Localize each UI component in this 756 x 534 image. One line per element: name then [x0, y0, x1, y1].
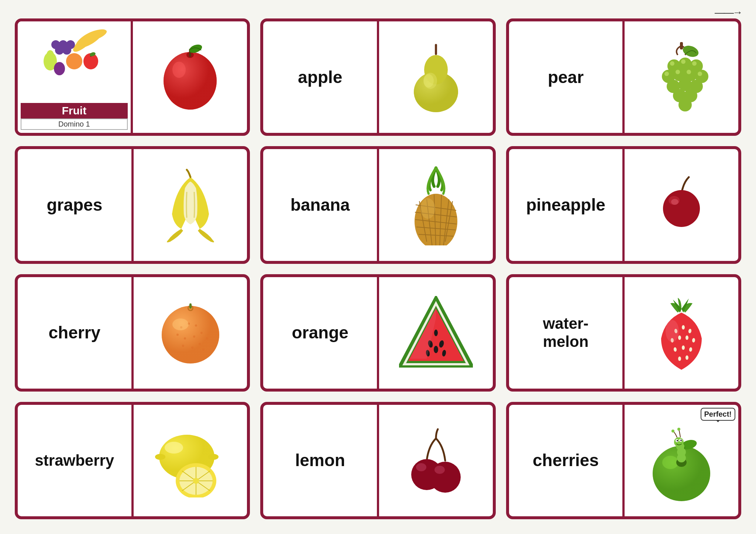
domino-left-text: water-melon: [509, 277, 623, 389]
cherries-image: [399, 424, 473, 497]
arrow-icon: ——→: [715, 7, 741, 18]
svg-point-120: [430, 462, 461, 493]
svg-point-137: [680, 440, 682, 441]
domino-left-text: cherry: [18, 277, 131, 389]
svg-point-139: [677, 428, 680, 431]
text-cherries: cherries: [533, 451, 599, 470]
svg-point-9: [47, 50, 54, 60]
domino-number: Domino 1: [21, 118, 128, 130]
domino-right-image: [134, 149, 247, 261]
svg-point-61: [420, 198, 435, 219]
svg-point-49: [415, 194, 457, 245]
svg-point-48: [698, 72, 702, 76]
text-grapes: grapes: [47, 195, 102, 215]
grapes-image: [648, 40, 715, 114]
svg-point-16: [164, 52, 217, 110]
svg-rect-21: [435, 44, 437, 55]
text-orange: orange: [292, 323, 348, 342]
domino-pineapple-cherry: pineapple: [506, 146, 741, 263]
domino-right-image: [379, 405, 493, 516]
svg-point-138: [671, 430, 674, 433]
lemon-image: [154, 424, 227, 497]
svg-point-136: [677, 440, 678, 441]
svg-point-7: [51, 40, 60, 49]
svg-point-42: [670, 61, 674, 66]
domino-grapes-banana: grapes: [15, 146, 250, 263]
svg-point-105: [685, 355, 688, 360]
svg-point-125: [662, 456, 678, 469]
domino-grid: Fruit Domino 1: [0, 0, 756, 534]
svg-point-106: [666, 320, 679, 342]
svg-point-92: [434, 330, 438, 336]
svg-point-11: [54, 62, 65, 75]
svg-point-95: [682, 325, 685, 330]
svg-point-133: [674, 437, 684, 447]
domino-orange-watermelon: orange: [260, 274, 495, 392]
fruit-title: Fruit: [21, 103, 128, 118]
svg-point-41: [678, 98, 692, 111]
domino-strawberry-lemon: strawberry: [15, 402, 250, 519]
apple-image: [159, 42, 221, 112]
svg-point-77: [206, 337, 208, 340]
cherry-single-image: [652, 172, 711, 238]
domino-apple-pear: apple: [260, 18, 495, 136]
text-lemon: lemon: [295, 451, 345, 470]
domino-watermelon-strawberry: water-melon: [506, 274, 741, 392]
domino-left-text: banana: [263, 149, 377, 261]
domino-title: Fruit Domino 1: [15, 18, 250, 136]
domino-right-image: [134, 405, 247, 516]
domino-right-image: [625, 149, 738, 261]
svg-point-110: [155, 454, 165, 460]
svg-point-28: [681, 44, 700, 59]
svg-point-111: [165, 442, 183, 454]
domino-left-text: lemon: [263, 405, 377, 516]
svg-point-69: [195, 324, 197, 327]
svg-point-98: [678, 335, 681, 340]
svg-point-74: [182, 345, 184, 347]
svg-point-43: [681, 59, 685, 64]
svg-point-109: [208, 454, 219, 460]
worm-apple-image: [646, 426, 717, 503]
svg-point-70: [176, 334, 179, 336]
domino-left-text: grapes: [18, 149, 131, 261]
domino-right-image: Perfect!: [625, 405, 738, 516]
svg-point-75: [191, 347, 193, 349]
svg-point-44: [692, 61, 697, 66]
fruit-collage-icon: [37, 24, 111, 83]
svg-point-64: [671, 199, 678, 205]
svg-point-47: [687, 70, 691, 74]
banana-image: [154, 166, 227, 244]
svg-point-72: [193, 335, 195, 338]
domino-right-image: [379, 277, 493, 389]
domino-right-image: [625, 277, 738, 389]
svg-point-10: [66, 53, 82, 69]
orange-image: [155, 298, 226, 368]
svg-point-76: [199, 343, 201, 345]
svg-point-45: [664, 72, 669, 76]
svg-point-17: [172, 62, 186, 78]
text-watermelon: water-melon: [543, 315, 589, 351]
domino-right-image: [379, 149, 493, 261]
svg-point-102: [682, 345, 685, 350]
domino-right-image: [134, 277, 247, 389]
domino-right-image: [625, 21, 738, 133]
domino-left-text: pear: [509, 21, 623, 133]
svg-point-73: [200, 332, 203, 334]
strawberry-image: [650, 294, 713, 372]
text-strawberry: strawberry: [35, 452, 114, 469]
svg-rect-82: [189, 303, 192, 309]
svg-point-121: [416, 463, 426, 471]
domino-title-left: Fruit Domino 1: [18, 21, 131, 133]
text-pear: pear: [548, 68, 584, 87]
svg-point-46: [676, 70, 680, 74]
pear-image: [406, 40, 465, 114]
svg-point-66: [162, 306, 219, 364]
text-cherry: cherry: [49, 323, 101, 342]
svg-point-62: [663, 190, 700, 227]
domino-left-text: apple: [263, 21, 377, 133]
domino-title-right: [133, 21, 247, 133]
svg-point-79: [172, 318, 189, 330]
svg-point-88: [434, 346, 438, 353]
watermelon-image: [399, 296, 473, 370]
domino-lemon-cherries: lemon: [260, 402, 495, 519]
